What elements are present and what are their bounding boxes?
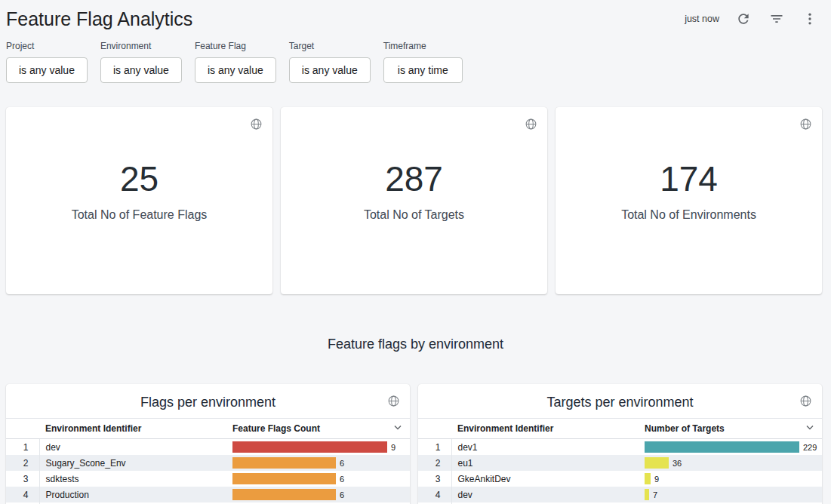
- column-header-value[interactable]: Number of Targets: [639, 419, 822, 439]
- bar-value-label: 36: [672, 459, 682, 468]
- kpi-label: Total No of Feature Flags: [72, 208, 208, 222]
- tables-row: Flags per environment Environment Identi…: [6, 384, 822, 504]
- bar-cell[interactable]: 9: [226, 439, 410, 456]
- value-bar[interactable]: [645, 457, 669, 469]
- bar-cell[interactable]: 229: [639, 439, 822, 456]
- value-bar[interactable]: [645, 489, 649, 500]
- bar-wrap: 6: [232, 473, 404, 484]
- bar-value-label: 229: [803, 443, 817, 452]
- globe-icon: [799, 395, 812, 407]
- bar-value-label: 7: [653, 490, 657, 499]
- value-bar[interactable]: [645, 473, 651, 484]
- tile-globe-button[interactable]: [796, 392, 814, 410]
- tile-globe-button[interactable]: [522, 115, 540, 133]
- bar-cell[interactable]: 6: [226, 455, 410, 471]
- table-title: Flags per environment: [6, 395, 410, 410]
- row-index: 2: [6, 455, 39, 471]
- environment-cell[interactable]: dev: [451, 487, 639, 502]
- table-header: Environment Identifier Feature Flags Cou…: [6, 419, 410, 439]
- filter-project: Project is any value: [6, 41, 88, 83]
- globe-icon: [387, 395, 400, 407]
- filter-timeframe-value-button[interactable]: is any time: [383, 57, 463, 83]
- bar-wrap: 6: [232, 457, 404, 469]
- filter-bar: Project is any value Environment is any …: [6, 41, 831, 83]
- environment-cell[interactable]: Production: [39, 487, 226, 502]
- tile-globe-button[interactable]: [384, 392, 402, 410]
- environment-cell[interactable]: sdktests: [39, 471, 226, 487]
- table-row[interactable]: 1dev1229: [418, 439, 822, 456]
- bar-cell[interactable]: 6: [226, 487, 410, 502]
- filter-target-label: Target: [289, 41, 371, 51]
- value-bar[interactable]: [232, 457, 336, 469]
- filter-timeframe-label: Timeframe: [383, 41, 463, 51]
- filter-target-value-button[interactable]: is any value: [289, 57, 371, 83]
- table-row[interactable]: 3sdktests6: [6, 471, 410, 487]
- environment-cell[interactable]: GkeAnkitDev: [451, 471, 639, 487]
- row-number-header: [6, 419, 39, 439]
- filter-environment-value-button[interactable]: is any value: [100, 57, 182, 83]
- dashboard-header: Feature Flag Analytics just now: [0, 0, 831, 32]
- environment-cell[interactable]: dev1: [451, 439, 639, 456]
- globe-icon: [799, 118, 812, 131]
- filter-timeframe: Timeframe is any time: [383, 41, 463, 83]
- value-bar[interactable]: [232, 473, 336, 484]
- bar-wrap: 7: [645, 489, 816, 500]
- value-bar[interactable]: [232, 489, 336, 500]
- environment-cell[interactable]: eu1: [451, 455, 639, 471]
- refresh-icon: [736, 11, 751, 26]
- filter-project-label: Project: [6, 41, 88, 51]
- table-row[interactable]: 4dev7: [418, 487, 822, 502]
- chevron-down-icon[interactable]: [804, 422, 816, 436]
- value-bar[interactable]: [645, 441, 799, 453]
- environment-cell[interactable]: dev: [39, 439, 226, 456]
- column-header-value[interactable]: Feature Flags Count: [226, 419, 410, 439]
- bar-cell[interactable]: 36: [639, 455, 822, 471]
- flags-per-environment-card: Flags per environment Environment Identi…: [6, 384, 410, 504]
- row-number-header: [418, 419, 451, 439]
- row-index: 1: [418, 439, 451, 456]
- table-row[interactable]: 4Production6: [6, 487, 410, 502]
- row-index: 2: [418, 455, 451, 471]
- bar-wrap: 36: [645, 457, 816, 469]
- section-title: Feature flags by environment: [0, 337, 831, 352]
- more-menu-button[interactable]: [801, 10, 819, 28]
- tile-globe-button[interactable]: [247, 115, 265, 133]
- table-title: Targets per environment: [418, 395, 822, 410]
- bar-value-label: 6: [340, 475, 344, 484]
- environment-cell[interactable]: Sugary_Scone_Env: [39, 455, 226, 471]
- kpi-card-environments: 174 Total No of Environments: [556, 107, 822, 294]
- refresh-button[interactable]: [734, 10, 753, 28]
- kpi-card-feature-flags: 25 Total No of Feature Flags: [6, 107, 272, 294]
- table-row[interactable]: 1dev9: [6, 439, 410, 456]
- table-row[interactable]: 2eu136: [418, 455, 822, 471]
- last-updated-text: just now: [685, 14, 719, 24]
- filter-feature-flag-label: Feature Flag: [195, 41, 276, 51]
- table-body: 1dev92Sugary_Scone_Env63sdktests64Produc…: [6, 439, 410, 504]
- bar-cell[interactable]: 7: [639, 487, 822, 502]
- column-header-environment[interactable]: Environment Identifier: [451, 419, 639, 439]
- kpi-row: 25 Total No of Feature Flags 287 Total N…: [6, 107, 822, 294]
- column-header-environment[interactable]: Environment Identifier: [39, 419, 226, 439]
- more-vert-icon: [802, 11, 817, 26]
- table-row[interactable]: 3GkeAnkitDev9: [418, 471, 822, 487]
- globe-icon: [250, 118, 263, 131]
- tile-globe-button[interactable]: [796, 115, 814, 133]
- chevron-down-icon[interactable]: [392, 422, 404, 436]
- bar-value-label: 6: [340, 459, 344, 468]
- filter-feature-flag-value-button[interactable]: is any value: [195, 57, 276, 83]
- dashboard-filters-button[interactable]: [768, 10, 786, 28]
- bar-cell[interactable]: 6: [226, 471, 410, 487]
- filter-project-value-button[interactable]: is any value: [6, 57, 88, 83]
- header-row: Environment Identifier Number of Targets: [418, 419, 822, 439]
- filter-icon: [769, 11, 784, 26]
- table-header: Environment Identifier Number of Targets: [418, 419, 822, 439]
- globe-icon: [525, 118, 537, 131]
- value-bar[interactable]: [232, 441, 387, 453]
- bar-cell[interactable]: 9: [639, 471, 822, 487]
- header-actions: just now: [685, 10, 819, 28]
- table-row[interactable]: 2Sugary_Scone_Env6: [6, 455, 410, 471]
- page-title: Feature Flag Analytics: [6, 8, 685, 30]
- filter-feature-flag: Feature Flag is any value: [195, 41, 276, 83]
- bar-wrap: 229: [645, 441, 816, 453]
- column-header-value-label: Number of Targets: [645, 423, 725, 434]
